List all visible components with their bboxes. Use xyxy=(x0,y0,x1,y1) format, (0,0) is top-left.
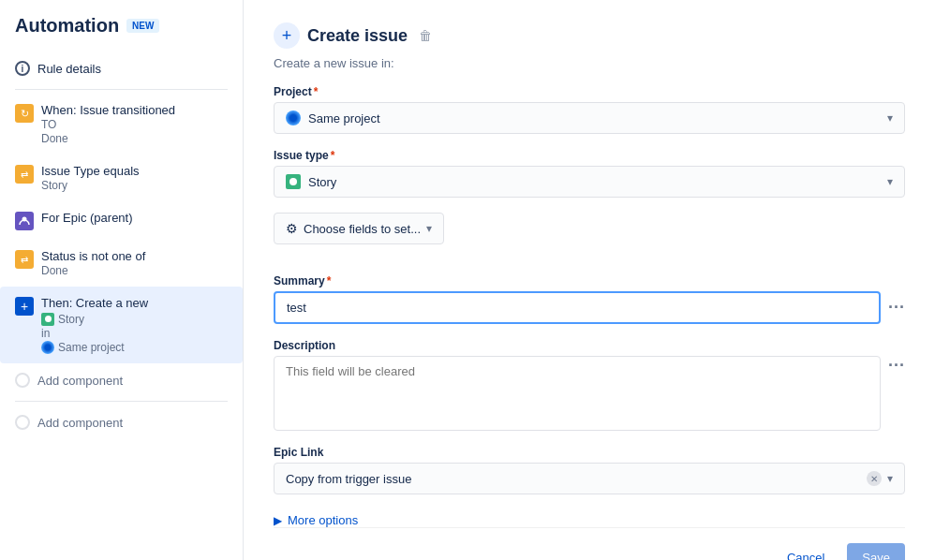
project-required: * xyxy=(314,85,319,98)
summary-dots-menu[interactable]: ··· xyxy=(888,298,905,317)
create-sub-type: Story xyxy=(58,313,84,326)
story-icon-small xyxy=(41,313,54,326)
globe-icon-small xyxy=(41,341,54,354)
create-sub-story: Story xyxy=(41,312,228,326)
epic-link-group: Epic Link Copy from trigger issue ✕ ▾ xyxy=(274,446,905,494)
sidebar-item-when[interactable]: ↻ When: Issue transitioned TO Done xyxy=(0,94,243,155)
divider-bottom xyxy=(15,401,228,402)
add-component-circle-inner xyxy=(15,373,30,388)
project-label: Project * xyxy=(274,85,905,98)
epic-link-label: Epic Link xyxy=(274,446,905,459)
info-icon: i xyxy=(15,61,30,76)
description-label: Description xyxy=(274,339,905,352)
more-options-label: More options xyxy=(288,513,358,527)
panel-plus-button[interactable]: + xyxy=(274,22,300,49)
create-sub-mid: in xyxy=(41,327,228,340)
sidebar-item-create[interactable]: + Then: Create a new Story in Same proje… xyxy=(0,287,243,363)
status-icon: ⇄ xyxy=(15,250,34,269)
sidebar-item-epic-content: For Epic (parent) xyxy=(41,211,228,225)
add-component-bottom[interactable]: Add component xyxy=(0,405,243,439)
divider xyxy=(15,89,228,90)
sidebar-item-when-sub2: Done xyxy=(41,132,228,145)
new-badge: NEW xyxy=(126,19,159,33)
footer: Cancel Save xyxy=(274,527,905,560)
more-options[interactable]: ▶ More options xyxy=(274,513,905,527)
sidebar-item-status-title: Status is not one of xyxy=(41,249,228,263)
project-value: Same project xyxy=(286,111,380,125)
issue-type-select[interactable]: Story ▾ xyxy=(274,166,905,198)
sidebar-item-when-content: When: Issue transitioned TO Done xyxy=(41,103,228,145)
add-component-bottom-label: Add component xyxy=(37,416,123,430)
rule-details-item[interactable]: i Rule details xyxy=(0,52,243,85)
epic-icon xyxy=(15,212,34,230)
project-group: Project * Same project ▾ xyxy=(274,85,905,134)
project-select[interactable]: Same project ▾ xyxy=(274,102,905,134)
sidebar-item-epic[interactable]: For Epic (parent) xyxy=(0,201,243,240)
panel-title: Create issue xyxy=(307,26,408,46)
epic-link-chevron: ▾ xyxy=(887,472,893,485)
panel-header: + Create issue 🗑 xyxy=(274,22,905,49)
sidebar-item-issue-type-title: Issue Type equals xyxy=(41,164,228,178)
epic-link-clear[interactable]: ✕ xyxy=(867,471,882,486)
choose-fields-label: Choose fields to set... xyxy=(304,222,421,236)
sidebar-item-issue-type[interactable]: ⇄ Issue Type equals Story xyxy=(0,155,243,201)
cancel-button[interactable]: Cancel xyxy=(772,543,839,560)
gear-icon: ⚙ xyxy=(286,221,298,236)
add-component-circle-bottom xyxy=(15,415,30,430)
save-button[interactable]: Save xyxy=(847,543,905,560)
project-chevron: ▾ xyxy=(887,111,893,125)
summary-group: Summary * ··· xyxy=(274,274,905,324)
rule-details-label: Rule details xyxy=(37,62,101,76)
add-component-inner[interactable]: Add component xyxy=(0,363,243,397)
issue-type-value: Story xyxy=(286,174,336,189)
sidebar-item-when-sub1: TO xyxy=(41,118,228,131)
issue-type-chevron: ▾ xyxy=(887,175,893,188)
summary-input[interactable] xyxy=(274,291,881,324)
add-component-inner-label: Add component xyxy=(37,374,123,388)
issue-type-group: Issue type * Story ▾ xyxy=(274,149,905,198)
issue-type-required: * xyxy=(331,149,335,162)
sidebar-item-create-title: Then: Create a new xyxy=(41,296,228,310)
description-group: Description ··· xyxy=(274,339,905,431)
story-icon xyxy=(286,174,301,189)
when-icon: ↻ xyxy=(15,104,34,123)
globe-icon xyxy=(286,111,301,125)
epic-link-right: ✕ ▾ xyxy=(867,471,893,486)
sidebar-item-status[interactable]: ⇄ Status is not one of Done xyxy=(0,240,243,287)
epic-link-select[interactable]: Copy from trigger issue ✕ ▾ xyxy=(274,463,905,494)
epic-link-value: Copy from trigger issue xyxy=(286,472,411,486)
choose-fields-chevron: ▾ xyxy=(426,222,432,235)
sidebar-item-status-content: Status is not one of Done xyxy=(41,249,228,277)
description-row: ··· xyxy=(274,356,905,431)
right-content: + Create issue 🗑 Create a new issue in: … xyxy=(274,22,905,538)
description-textarea[interactable] xyxy=(274,356,881,431)
issue-type-icon: ⇄ xyxy=(15,165,34,184)
app-title: Automation xyxy=(15,15,119,37)
sidebar-item-status-sub: Done xyxy=(41,264,228,277)
create-project-name: Same project xyxy=(58,341,125,354)
sidebar-item-issue-type-content: Issue Type equals Story xyxy=(41,164,228,192)
sidebar-item-epic-title: For Epic (parent) xyxy=(41,211,228,225)
trash-icon[interactable]: 🗑 xyxy=(419,28,432,43)
sidebar-item-when-title: When: Issue transitioned xyxy=(41,103,228,117)
choose-fields-button[interactable]: ⚙ Choose fields to set... ▾ xyxy=(274,213,444,244)
summary-required: * xyxy=(327,274,332,287)
summary-label: Summary * xyxy=(274,274,905,287)
create-sub-project: Same project xyxy=(41,340,228,354)
sidebar-item-create-content: Then: Create a new Story in Same project xyxy=(41,296,228,354)
sidebar-item-issue-type-sub: Story xyxy=(41,179,228,192)
summary-row: ··· xyxy=(274,291,905,324)
issue-type-label: Issue type * xyxy=(274,149,905,162)
more-options-chevron: ▶ xyxy=(274,514,282,527)
panel-subtitle: Create a new issue in: xyxy=(274,56,905,70)
create-icon: + xyxy=(15,297,34,316)
choose-fields-group: ⚙ Choose fields to set... ▾ xyxy=(274,213,905,259)
description-dots-menu[interactable]: ··· xyxy=(888,356,905,376)
